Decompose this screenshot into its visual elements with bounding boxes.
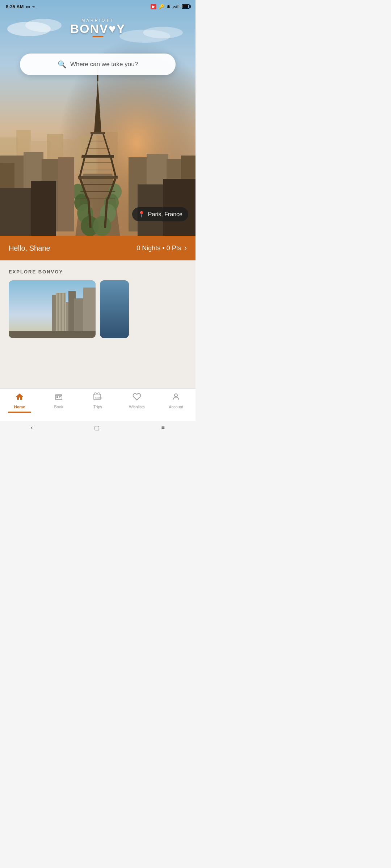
points-section[interactable]: 0 Nights • 0 Pts › bbox=[136, 243, 187, 253]
logo-underline bbox=[92, 36, 103, 37]
nav-item-book[interactable]: Book bbox=[39, 392, 78, 409]
svg-rect-69 bbox=[59, 397, 60, 398]
search-icon: 🔍 bbox=[58, 60, 67, 69]
status-time: 8:35 AM ▭ ⌁ bbox=[6, 4, 35, 9]
nav-label-book: Book bbox=[54, 405, 63, 409]
recents-button[interactable]: ≡ bbox=[156, 423, 171, 432]
svg-rect-55 bbox=[83, 288, 96, 338]
nav-item-trips[interactable]: TRIPS Trips bbox=[78, 392, 117, 409]
bonvoy-y: Y bbox=[117, 22, 126, 35]
svg-rect-64 bbox=[100, 280, 129, 338]
search-bar[interactable]: 🔍 Where can we take you? bbox=[20, 54, 176, 75]
camera-icon: ▭ bbox=[26, 4, 30, 9]
location-badge: 📍 Paris, France bbox=[132, 207, 188, 221]
nav-label-wishlists: Wishlists bbox=[129, 405, 144, 409]
nav-item-home[interactable]: Home bbox=[0, 392, 39, 409]
points-label: 0 Nights • 0 Pts bbox=[136, 244, 181, 252]
logo-area: MARRIOTT BONV♥Y bbox=[70, 18, 125, 37]
video-icon: ▶ bbox=[151, 4, 156, 9]
battery-icon bbox=[182, 4, 190, 9]
wifi-icon: ⌁ bbox=[32, 4, 35, 9]
greeting-text: Hello, Shane bbox=[9, 244, 50, 252]
svg-rect-63 bbox=[9, 331, 96, 338]
location-label: Paris, France bbox=[148, 211, 182, 218]
nav-label-home: Home bbox=[14, 405, 25, 409]
svg-rect-65 bbox=[55, 394, 62, 395]
svg-point-18 bbox=[93, 216, 111, 236]
svg-rect-70 bbox=[93, 395, 101, 395]
search-placeholder-text: Where can we take you? bbox=[70, 61, 138, 68]
explore-title: EXPLORE BONVOY bbox=[9, 269, 187, 275]
nav-item-account[interactable]: Account bbox=[156, 392, 196, 409]
svg-rect-23 bbox=[58, 157, 74, 231]
status-bar: 8:35 AM ▭ ⌁ ▶ 🔑 ✱ wifi bbox=[0, 0, 196, 13]
trips-icon: TRIPS bbox=[93, 392, 102, 403]
explore-card-1[interactable] bbox=[9, 280, 96, 338]
wifi-signal-icon: wifi bbox=[173, 4, 180, 9]
book-icon bbox=[54, 392, 63, 403]
back-button[interactable]: ‹ bbox=[25, 423, 38, 432]
svg-point-49 bbox=[143, 27, 183, 38]
hero-city bbox=[0, 0, 196, 260]
bonvoy-o: ♥ bbox=[109, 22, 117, 35]
nav-item-wishlists[interactable]: Wishlists bbox=[117, 392, 156, 409]
explore-card-2[interactable] bbox=[100, 280, 129, 338]
nav-label-trips: Trips bbox=[93, 405, 102, 409]
explore-cards bbox=[9, 280, 187, 338]
bonvoy-label: BONV♥Y bbox=[70, 22, 125, 35]
key-icon: 🔑 bbox=[159, 4, 164, 9]
account-icon bbox=[172, 392, 180, 403]
home-icon bbox=[15, 392, 24, 403]
svg-rect-68 bbox=[59, 396, 61, 397]
svg-rect-28 bbox=[78, 176, 118, 179]
svg-text:TRIPS: TRIPS bbox=[95, 397, 102, 399]
svg-point-47 bbox=[25, 19, 62, 32]
bonvoy-text: BONV bbox=[70, 22, 108, 35]
chevron-right-icon: › bbox=[184, 243, 187, 253]
svg-rect-8 bbox=[96, 132, 118, 174]
wishlists-icon bbox=[133, 392, 141, 403]
time-label: 8:35 AM bbox=[6, 4, 24, 9]
hero-section: MARRIOTT BONV♥Y 🔍 Where can we take you?… bbox=[0, 0, 196, 260]
bottom-nav: Home Book TRIPS Trips bbox=[0, 388, 196, 421]
system-nav-bar: ‹ ▢ ≡ bbox=[0, 421, 196, 434]
below-hero-content: EXPLORE BONVOY bbox=[0, 260, 196, 398]
explore-section: EXPLORE BONVOY bbox=[0, 260, 196, 338]
svg-rect-67 bbox=[56, 396, 58, 398]
svg-rect-66 bbox=[55, 395, 62, 400]
welcome-banner[interactable]: Hello, Shane 0 Nights • 0 Pts › bbox=[0, 236, 196, 260]
status-right-icons: ▶ 🔑 ✱ wifi bbox=[151, 4, 190, 9]
location-pin-icon: 📍 bbox=[138, 211, 145, 218]
bluetooth-icon: ✱ bbox=[167, 4, 171, 9]
nav-label-account: Account bbox=[169, 405, 183, 409]
svg-point-72 bbox=[175, 394, 177, 397]
home-button[interactable]: ▢ bbox=[88, 423, 105, 433]
